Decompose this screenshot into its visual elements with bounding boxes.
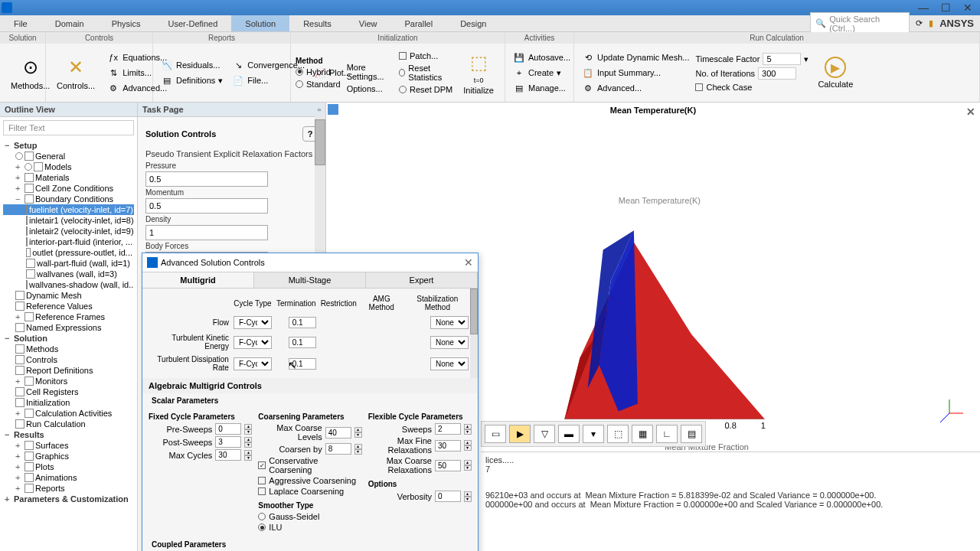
- tree-res-surfaces[interactable]: +Surfaces: [3, 440, 134, 451]
- max-coarse-rel-input[interactable]: [435, 460, 461, 471]
- spin-up[interactable]: ▴: [464, 424, 472, 429]
- timescale-input[interactable]: [763, 53, 801, 65]
- tree-results[interactable]: −Results: [3, 429, 134, 440]
- flow-cycle-select[interactable]: F-Cycle: [234, 316, 272, 329]
- more-settings-button[interactable]: More Settings...: [344, 62, 396, 82]
- aggr-coarse-check[interactable]: Aggressive Coarsening: [258, 475, 361, 486]
- tree-refvals[interactable]: Reference Values: [3, 301, 134, 311]
- tool-grid-icon[interactable]: ▦: [632, 425, 653, 443]
- tool-box-icon[interactable]: ▭: [485, 425, 506, 443]
- tool-drop-icon[interactable]: ▾: [583, 425, 604, 443]
- dialog-close-button[interactable]: ✕: [464, 256, 473, 269]
- tdr-term-input[interactable]: [289, 358, 316, 370]
- menu-physics[interactable]: Physics: [98, 15, 155, 31]
- options-button[interactable]: Options...: [344, 83, 396, 94]
- sweeps-input[interactable]: [435, 423, 461, 435]
- input-summary-button[interactable]: 📋Input Summary...: [579, 66, 692, 80]
- tree-bc-item[interactable]: inletair2 (velocity-inlet, id=9): [3, 226, 134, 236]
- spin-up[interactable]: ▴: [354, 427, 362, 432]
- density-input[interactable]: [145, 225, 268, 240]
- menu-results[interactable]: Results: [289, 15, 345, 31]
- tree-sol-controls[interactable]: Controls: [3, 354, 134, 365]
- tree-boundary[interactable]: −Boundary Conditions: [3, 194, 134, 204]
- tree-bc-item[interactable]: wall-part-fluid (wall, id=1): [3, 258, 134, 269]
- spin-down[interactable]: ▾: [244, 442, 252, 448]
- tree-materials[interactable]: +Materials: [3, 172, 134, 183]
- task-close-icon[interactable]: ▫: [318, 105, 321, 114]
- tree-refframes[interactable]: +Reference Frames: [3, 311, 134, 322]
- spin-down[interactable]: ▾: [464, 445, 472, 451]
- tdr-stab-select[interactable]: None: [430, 357, 469, 370]
- tree-solution[interactable]: −Solution: [3, 333, 134, 344]
- tree-sol-monitors[interactable]: +Monitors: [3, 376, 134, 386]
- spin-up[interactable]: ▴: [464, 491, 472, 497]
- dialog-titlebar[interactable]: Advanced Solution Controls ✕: [142, 253, 478, 272]
- spin-up[interactable]: ▴: [464, 440, 472, 445]
- tree-bc-item[interactable]: interior-part-fluid (interior, ...: [3, 236, 134, 247]
- tree-bc-item[interactable]: outlet (pressure-outlet, id...: [3, 247, 134, 258]
- max-fine-input[interactable]: [435, 440, 461, 452]
- grid-scrollbar[interactable]: [470, 289, 478, 378]
- definitions-button[interactable]: ▤Definitions▾: [158, 73, 226, 87]
- flow-stab-select[interactable]: None: [430, 316, 469, 329]
- tree-cellzone[interactable]: +Cell Zone Conditions: [3, 183, 134, 194]
- menu-user-defined[interactable]: User-Defined: [155, 15, 232, 31]
- initialize-button[interactable]: ⬚ t=0 Initialize: [457, 47, 500, 98]
- reset-dpm-button[interactable]: Reset DPM: [399, 84, 454, 95]
- controls-button[interactable]: ✕ Controls...: [51, 52, 101, 93]
- quick-search-input[interactable]: 🔍 Quick Search (Ctrl...): [810, 12, 910, 35]
- tke-stab-select[interactable]: None: [430, 336, 469, 349]
- tool-rect-icon[interactable]: ▬: [558, 425, 580, 443]
- tool-more-icon[interactable]: ▤: [681, 425, 702, 443]
- spin-up[interactable]: ▴: [354, 444, 362, 449]
- spin-up[interactable]: ▴: [244, 437, 252, 442]
- scrollbar-thumb[interactable]: [470, 289, 478, 334]
- tool-filter-icon[interactable]: ▽: [534, 425, 555, 443]
- post-sweeps-input[interactable]: [215, 436, 241, 448]
- menu-view[interactable]: View: [345, 15, 391, 31]
- tdr-cycle-select[interactable]: F-Cycle: [234, 357, 272, 370]
- patch-button[interactable]: Patch...: [399, 51, 454, 61]
- tree-res-anim[interactable]: +Animations: [3, 472, 134, 483]
- tke-cycle-select[interactable]: F-Cycle: [234, 336, 272, 349]
- tab-multigrid[interactable]: Multigrid: [142, 272, 254, 288]
- tool-play-icon[interactable]: ▶: [509, 425, 531, 443]
- tool-axis-icon[interactable]: ∟: [656, 425, 678, 443]
- tree-sol-reports[interactable]: Report Definitions: [3, 365, 134, 376]
- tree-bc-item[interactable]: inletair1 (velocity-inlet, id=8): [3, 215, 134, 226]
- tree-dynmesh[interactable]: Dynamic Mesh: [3, 290, 134, 301]
- create-button[interactable]: +Create▾: [510, 66, 573, 80]
- tree-models[interactable]: +Models: [3, 161, 134, 172]
- tree-res-plots[interactable]: +Plots: [3, 461, 134, 472]
- panel-icon[interactable]: ▮: [929, 18, 933, 28]
- tree-sol-init[interactable]: Initialization: [3, 397, 134, 408]
- spin-down[interactable]: ▾: [464, 497, 472, 502]
- spin-down[interactable]: ▾: [354, 449, 362, 455]
- spin-up[interactable]: ▴: [464, 460, 472, 465]
- max-cycles-input[interactable]: [215, 449, 241, 461]
- menu-file[interactable]: File: [0, 15, 41, 31]
- tree-res-reports[interactable]: +Reports: [3, 483, 134, 494]
- axis-triad[interactable]: [934, 398, 965, 429]
- calculate-button[interactable]: ▸ Calculate: [812, 54, 859, 92]
- tree-sol-calcact[interactable]: +Calculation Activities: [3, 408, 134, 419]
- filter-input[interactable]: Filter Text: [3, 120, 134, 135]
- outline-tree[interactable]: −Setup General +Models +Materials +Cell …: [0, 139, 137, 551]
- pressure-input[interactable]: [145, 171, 268, 187]
- menu-domain[interactable]: Domain: [41, 15, 98, 31]
- gauss-radio[interactable]: Gauss-Seidel: [258, 511, 361, 522]
- maximize-button[interactable]: ☐: [935, 1, 956, 15]
- hybrid-radio[interactable]: Hybrid: [296, 67, 341, 77]
- tree-namedexpr[interactable]: Named Expressions: [3, 322, 134, 333]
- viewer-close-icon[interactable]: ✕: [966, 106, 975, 118]
- spin-down[interactable]: ▾: [464, 465, 472, 471]
- minimize-button[interactable]: —: [913, 1, 934, 15]
- spin-down[interactable]: ▾: [354, 432, 362, 438]
- tool-cube-icon[interactable]: ⬚: [607, 425, 629, 443]
- residuals-button[interactable]: 📉Residuals...: [158, 58, 226, 72]
- tab-expert[interactable]: Expert: [366, 272, 478, 288]
- refresh-icon[interactable]: ⟳: [916, 18, 923, 28]
- reset-stats-button[interactable]: Reset Statistics: [399, 63, 454, 83]
- tab-multistage[interactable]: Multi-Stage: [254, 272, 366, 288]
- update-mesh-button[interactable]: ⟲Update Dynamic Mesh...: [579, 51, 692, 64]
